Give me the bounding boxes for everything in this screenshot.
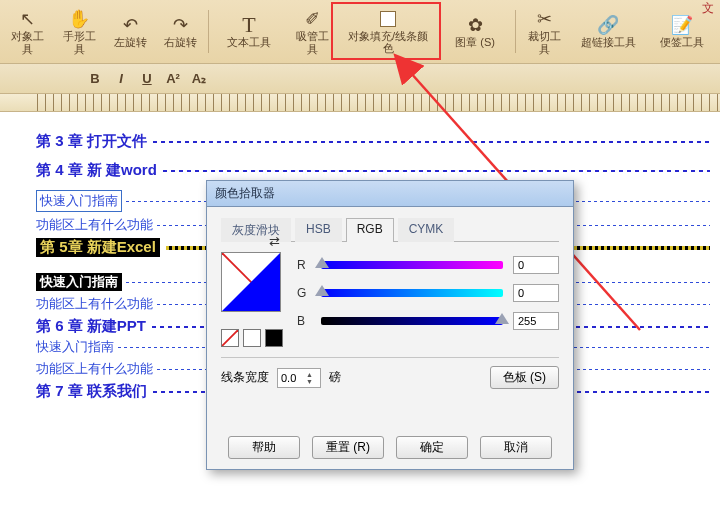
underline-button[interactable]: U [136, 69, 158, 89]
ok-button[interactable]: 确定 [396, 436, 468, 459]
toolbar-separator [515, 10, 516, 53]
tool-rotate-left[interactable]: ↶左旋转 [106, 4, 154, 59]
main-toolbar: ↖对象工具 ✋手形工具 ↶左旋转 ↷右旋转 T文本工具 ✐吸管工具 对象填充/线… [0, 0, 720, 64]
tool-text[interactable]: T文本工具 [213, 4, 285, 59]
dialog-divider [221, 357, 559, 358]
horizontal-ruler[interactable] [0, 94, 720, 112]
slider-g[interactable] [321, 289, 503, 297]
crop-icon: ✂ [537, 8, 552, 30]
input-g[interactable] [513, 284, 559, 302]
reset-button[interactable]: 重置 (R) [312, 436, 384, 459]
label-r: R [297, 258, 311, 272]
swap-icon[interactable]: ⇄ [269, 234, 331, 249]
help-button[interactable]: 帮助 [228, 436, 300, 459]
spin-up-icon[interactable]: ▲ [306, 371, 313, 378]
text-icon: T [242, 14, 255, 36]
swatch-none[interactable] [221, 329, 239, 347]
tool-fill-stroke-color[interactable]: 对象填充/线条颜色 [339, 4, 437, 59]
format-bar: B I U A² A₂ [0, 64, 720, 94]
tool-crop[interactable]: ✂裁切工具 [520, 4, 570, 59]
superscript-button[interactable]: A² [162, 69, 184, 89]
italic-button[interactable]: I [110, 69, 132, 89]
tab-cymk[interactable]: CYMK [398, 218, 455, 242]
toolbar-separator [208, 10, 209, 53]
label-b: B [297, 314, 311, 328]
spin-down-icon[interactable]: ▼ [306, 378, 313, 385]
eyedropper-icon: ✐ [305, 8, 320, 30]
subscript-button[interactable]: A₂ [188, 69, 210, 89]
tool-stamp[interactable]: ✿图章 (S) [439, 4, 511, 59]
heading-ch4[interactable]: 第 4 章 新 建word [36, 161, 710, 180]
link-icon: 🔗 [597, 14, 619, 36]
rotate-right-icon: ↷ [173, 14, 188, 36]
tab-rgb[interactable]: RGB [346, 218, 394, 242]
color-preview-swatch[interactable] [221, 252, 281, 312]
svg-line-4 [222, 330, 238, 346]
line-width-label: 线条宽度 [221, 369, 269, 386]
hand-icon: ✋ [68, 8, 90, 30]
input-b[interactable] [513, 312, 559, 330]
swatch-white[interactable] [243, 329, 261, 347]
bold-button[interactable]: B [84, 69, 106, 89]
dialog-title: 颜色拾取器 [215, 185, 275, 202]
tool-hyperlink[interactable]: 🔗超链接工具 [572, 4, 644, 59]
heading-ch3[interactable]: 第 3 章 打开文件 [36, 132, 710, 151]
palette-button[interactable]: 色板 (S) [490, 366, 559, 389]
rotate-left-icon: ↶ [123, 14, 138, 36]
slider-r[interactable] [321, 261, 503, 269]
label-g: G [297, 286, 311, 300]
line-width-spinner[interactable]: ▲▼ [277, 368, 321, 388]
swatch-black[interactable] [265, 329, 283, 347]
line-width-input[interactable] [278, 372, 306, 384]
dialog-titlebar[interactable]: 颜色拾取器 [207, 181, 573, 207]
tool-hand[interactable]: ✋手形工具 [54, 4, 104, 59]
tool-object[interactable]: ↖对象工具 [2, 4, 52, 59]
cursor-icon: ↖ [20, 8, 35, 30]
swatch-split-icon [222, 253, 280, 311]
fill-color-icon [380, 9, 396, 30]
stamp-icon: ✿ [468, 14, 483, 36]
tool-eyedropper[interactable]: ✐吸管工具 [287, 4, 337, 59]
input-r[interactable] [513, 256, 559, 274]
line-width-unit: 磅 [329, 369, 341, 386]
slider-b[interactable] [321, 317, 503, 325]
tool-rotate-right[interactable]: ↷右旋转 [156, 4, 204, 59]
titlebar-fragment: 文 [702, 0, 714, 17]
cancel-button[interactable]: 取消 [480, 436, 552, 459]
color-picker-dialog: 颜色拾取器 灰度滑块 HSB RGB CYMK ⇄ [206, 180, 574, 470]
note-icon: 📝 [671, 14, 693, 36]
